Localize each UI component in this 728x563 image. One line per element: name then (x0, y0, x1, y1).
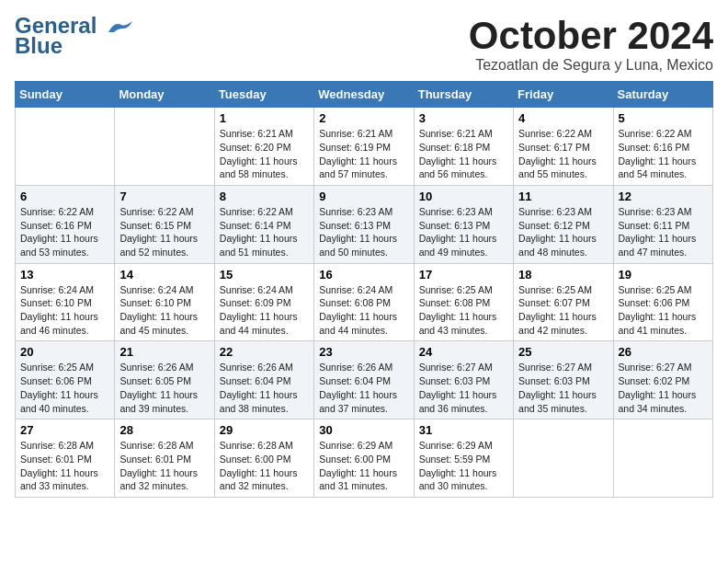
day-number: 8 (220, 190, 309, 203)
day-number: 4 (518, 111, 608, 125)
sunrise-label: Sunrise: 6:25 AM (20, 362, 94, 373)
day-info: Sunrise: 6:25 AM Sunset: 6:06 PM Dayligh… (619, 283, 708, 338)
daylight-label: Daylight: 11 hours and 49 minutes. (419, 233, 497, 258)
sunrise-label: Sunrise: 6:26 AM (220, 362, 293, 373)
day-number: 3 (419, 111, 508, 125)
month-title: October 2024 (469, 15, 713, 57)
day-info: Sunrise: 6:21 AM Sunset: 6:18 PM Dayligh… (419, 127, 508, 181)
calendar-cell: 30 Sunrise: 6:29 AM Sunset: 6:00 PM Dayl… (314, 419, 414, 498)
weekday-header-friday: Friday (514, 82, 613, 108)
sunrise-label: Sunrise: 6:24 AM (20, 284, 94, 295)
daylight-label: Daylight: 11 hours and 56 minutes. (419, 155, 497, 180)
sunrise-label: Sunrise: 6:28 AM (220, 440, 293, 451)
daylight-label: Daylight: 11 hours and 51 minutes. (220, 233, 298, 258)
day-number: 12 (619, 190, 708, 203)
sunrise-label: Sunrise: 6:23 AM (518, 206, 592, 217)
weekday-header-wednesday: Wednesday (314, 82, 414, 108)
daylight-label: Daylight: 11 hours and 42 minutes. (518, 311, 597, 336)
day-number: 24 (419, 345, 508, 359)
sunrise-label: Sunrise: 6:23 AM (319, 206, 392, 217)
day-info: Sunrise: 6:24 AM Sunset: 6:10 PM Dayligh… (20, 283, 109, 338)
calendar-cell: 8 Sunrise: 6:22 AM Sunset: 6:14 PM Dayli… (214, 185, 313, 263)
day-number: 26 (619, 345, 708, 359)
daylight-label: Daylight: 11 hours and 55 minutes. (518, 155, 597, 180)
calendar-cell: 7 Sunrise: 6:22 AM Sunset: 6:15 PM Dayli… (115, 185, 214, 263)
sunrise-label: Sunrise: 6:29 AM (319, 440, 392, 451)
calendar-cell: 15 Sunrise: 6:24 AM Sunset: 6:09 PM Dayl… (214, 263, 313, 341)
sunrise-label: Sunrise: 6:24 AM (220, 284, 293, 295)
sunset-label: Sunset: 6:18 PM (419, 142, 491, 153)
weekday-header-tuesday: Tuesday (214, 82, 313, 108)
sunset-label: Sunset: 6:00 PM (220, 454, 291, 465)
day-number: 22 (220, 345, 309, 359)
title-section: October 2024 Tezoatlan de Segura y Luna,… (469, 15, 713, 74)
day-number: 20 (20, 345, 109, 359)
logo: General Blue (15, 15, 132, 59)
sunset-label: Sunset: 6:19 PM (319, 142, 391, 153)
sunset-label: Sunset: 6:17 PM (518, 142, 590, 153)
daylight-label: Daylight: 11 hours and 36 minutes. (419, 389, 497, 414)
sunrise-label: Sunrise: 6:27 AM (419, 362, 493, 373)
calendar-cell: 26 Sunrise: 6:27 AM Sunset: 6:02 PM Dayl… (613, 341, 712, 419)
sunset-label: Sunset: 6:13 PM (419, 220, 491, 231)
day-number: 30 (319, 423, 408, 437)
sunrise-label: Sunrise: 6:22 AM (518, 128, 592, 139)
day-info: Sunrise: 6:21 AM Sunset: 6:19 PM Dayligh… (319, 127, 408, 181)
day-info: Sunrise: 6:22 AM Sunset: 6:15 PM Dayligh… (119, 205, 209, 259)
day-info: Sunrise: 6:21 AM Sunset: 6:20 PM Dayligh… (220, 127, 309, 181)
daylight-label: Daylight: 11 hours and 32 minutes. (119, 467, 198, 492)
sunrise-label: Sunrise: 6:21 AM (419, 128, 493, 139)
weekday-header-monday: Monday (115, 82, 214, 108)
sunset-label: Sunset: 6:04 PM (220, 375, 291, 386)
daylight-label: Daylight: 11 hours and 48 minutes. (518, 233, 597, 258)
weekday-header-sunday: Sunday (16, 82, 115, 108)
day-number: 2 (319, 111, 408, 125)
calendar-cell: 21 Sunrise: 6:26 AM Sunset: 6:05 PM Dayl… (115, 341, 214, 419)
day-number: 19 (619, 268, 708, 282)
daylight-label: Daylight: 11 hours and 44 minutes. (220, 311, 298, 336)
sunrise-label: Sunrise: 6:28 AM (119, 440, 193, 451)
page-header: General Blue October 2024 Tezoatlan de S… (15, 15, 713, 74)
day-info: Sunrise: 6:28 AM Sunset: 6:01 PM Dayligh… (20, 439, 109, 493)
daylight-label: Daylight: 11 hours and 34 minutes. (619, 389, 697, 414)
daylight-label: Daylight: 11 hours and 37 minutes. (319, 389, 397, 414)
calendar-cell: 18 Sunrise: 6:25 AM Sunset: 6:07 PM Dayl… (514, 263, 613, 341)
day-info: Sunrise: 6:23 AM Sunset: 6:12 PM Dayligh… (518, 205, 608, 259)
daylight-label: Daylight: 11 hours and 54 minutes. (619, 155, 697, 180)
calendar-week-row: 1 Sunrise: 6:21 AM Sunset: 6:20 PM Dayli… (16, 108, 713, 186)
day-info: Sunrise: 6:24 AM Sunset: 6:08 PM Dayligh… (319, 283, 408, 338)
calendar-cell (16, 108, 115, 186)
day-number: 15 (220, 268, 309, 282)
sunset-label: Sunset: 6:09 PM (220, 297, 291, 308)
sunset-label: Sunset: 6:05 PM (119, 375, 191, 386)
daylight-label: Daylight: 11 hours and 44 minutes. (319, 311, 397, 336)
day-info: Sunrise: 6:27 AM Sunset: 6:02 PM Dayligh… (619, 361, 708, 415)
day-info: Sunrise: 6:29 AM Sunset: 5:59 PM Dayligh… (419, 439, 508, 493)
day-number: 9 (319, 190, 408, 203)
calendar-week-row: 20 Sunrise: 6:25 AM Sunset: 6:06 PM Dayl… (16, 341, 713, 419)
day-info: Sunrise: 6:26 AM Sunset: 6:05 PM Dayligh… (119, 361, 209, 415)
sunset-label: Sunset: 6:02 PM (619, 375, 690, 386)
sunset-label: Sunset: 6:15 PM (119, 220, 191, 231)
calendar-cell: 13 Sunrise: 6:24 AM Sunset: 6:10 PM Dayl… (16, 263, 115, 341)
day-info: Sunrise: 6:23 AM Sunset: 6:11 PM Dayligh… (619, 205, 708, 259)
sunrise-label: Sunrise: 6:22 AM (119, 206, 193, 217)
sunset-label: Sunset: 6:03 PM (518, 375, 590, 386)
calendar-cell: 5 Sunrise: 6:22 AM Sunset: 6:16 PM Dayli… (613, 108, 712, 186)
day-number: 5 (619, 111, 708, 125)
day-number: 28 (119, 423, 209, 437)
calendar-cell: 3 Sunrise: 6:21 AM Sunset: 6:18 PM Dayli… (414, 108, 513, 186)
calendar-cell: 25 Sunrise: 6:27 AM Sunset: 6:03 PM Dayl… (514, 341, 613, 419)
sunrise-label: Sunrise: 6:24 AM (319, 284, 392, 295)
sunset-label: Sunset: 6:08 PM (419, 297, 491, 308)
day-info: Sunrise: 6:28 AM Sunset: 6:01 PM Dayligh… (119, 439, 209, 493)
calendar-week-row: 13 Sunrise: 6:24 AM Sunset: 6:10 PM Dayl… (16, 263, 713, 341)
day-info: Sunrise: 6:22 AM Sunset: 6:14 PM Dayligh… (220, 205, 309, 259)
calendar-cell: 20 Sunrise: 6:25 AM Sunset: 6:06 PM Dayl… (16, 341, 115, 419)
calendar-cell: 2 Sunrise: 6:21 AM Sunset: 6:19 PM Dayli… (314, 108, 414, 186)
sunrise-label: Sunrise: 6:21 AM (319, 128, 392, 139)
sunset-label: Sunset: 6:16 PM (20, 220, 92, 231)
sunset-label: Sunset: 6:14 PM (220, 220, 291, 231)
day-info: Sunrise: 6:22 AM Sunset: 6:16 PM Dayligh… (619, 127, 708, 181)
daylight-label: Daylight: 11 hours and 30 minutes. (419, 467, 497, 492)
